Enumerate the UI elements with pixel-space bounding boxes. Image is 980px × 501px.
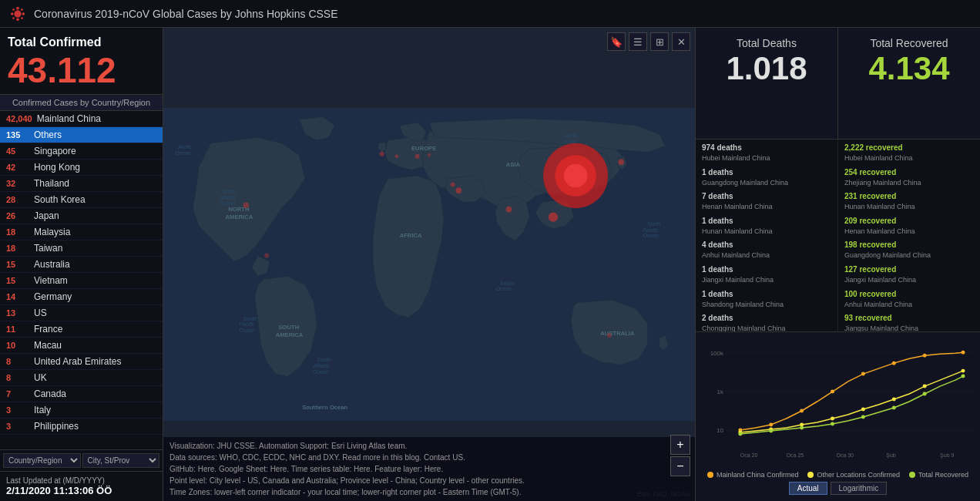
svg-text:Oca 30: Oca 30 bbox=[837, 452, 854, 458]
logarithmic-button[interactable]: Logarithmic bbox=[831, 482, 888, 495]
virus-icon bbox=[9, 5, 26, 22]
actual-button[interactable]: Actual bbox=[789, 482, 827, 495]
country-item[interactable]: 42,040Mainland China bbox=[0, 111, 163, 127]
zoom-out-button[interactable]: − bbox=[670, 456, 690, 476]
country-item[interactable]: 42Hong Kong bbox=[0, 160, 163, 176]
japan-bubble bbox=[618, 160, 624, 166]
country-item[interactable]: 3Philippines bbox=[0, 419, 163, 435]
north-pacific-label3: Ocean bbox=[643, 234, 659, 239]
country-item[interactable]: 7Canada bbox=[0, 386, 163, 402]
country-item[interactable]: 8UK bbox=[0, 370, 163, 386]
north-pacific-label2: Pacific bbox=[643, 227, 659, 233]
south-america-label2: AMERICA bbox=[276, 331, 304, 338]
country-item[interactable]: 18Taiwan bbox=[0, 240, 163, 257]
svg-point-30 bbox=[831, 390, 834, 394]
chart-legend: Mainland China Confirmed Other Locations… bbox=[702, 471, 974, 479]
recovered-item: 198 recoveredGuangdong Mainland China bbox=[844, 240, 974, 261]
recovered-item: 231 recoveredHunan Mainland China bbox=[844, 191, 974, 212]
svg-point-41 bbox=[923, 385, 927, 388]
close-button[interactable]: ✕ bbox=[672, 32, 690, 51]
country-item[interactable]: 28South Korea bbox=[0, 192, 163, 208]
indian-ocean-label2: Ocean bbox=[496, 287, 512, 292]
main-content: Total Confirmed 43.112 Confirmed Cases b… bbox=[0, 28, 980, 501]
country-item[interactable]: 10Macau bbox=[0, 338, 163, 354]
uk-bubble bbox=[380, 152, 384, 156]
se-asia-bubble bbox=[549, 213, 558, 222]
map-zoom-controls: + − bbox=[670, 435, 690, 478]
city-state-filter[interactable]: City, St/Prov bbox=[82, 453, 160, 468]
country-item[interactable]: 3Italy bbox=[0, 402, 163, 419]
country-list[interactable]: 42,040Mainland China135Others45Singapore… bbox=[0, 111, 163, 449]
recovered-value: 4.134 bbox=[847, 52, 971, 85]
svg-point-46 bbox=[831, 422, 834, 425]
death-item: 1 deathsGuangdong Mainland China bbox=[702, 167, 831, 188]
total-confirmed-label: Total Confirmed bbox=[8, 35, 155, 49]
info-line-4: Point level: City level - US, Canada and… bbox=[169, 475, 689, 486]
chart-container: 100k 1k 10 Oca 20 Oca 25 Oca 30 Şub Şub … bbox=[702, 338, 974, 468]
middle-stats: 974 deathsHubei Mainland China1 deathsGu… bbox=[696, 140, 980, 331]
svg-point-31 bbox=[861, 372, 865, 376]
last-updated-label: Last Updated at (M/D/YYYY) bbox=[6, 476, 156, 485]
svg-point-43 bbox=[738, 432, 742, 435]
country-item[interactable]: 45Singapore bbox=[0, 143, 163, 160]
south-atlantic-label2: Atlantic bbox=[312, 363, 331, 368]
country-item[interactable]: 26Japan bbox=[0, 208, 163, 224]
info-line-1: Visualization: JHU CSSE. Automation Supp… bbox=[169, 440, 689, 452]
france-bubble bbox=[395, 154, 399, 158]
svg-text:Şub: Şub bbox=[886, 452, 896, 459]
death-item: 7 deathsHenan Mainland China bbox=[702, 191, 831, 212]
latam-bubble bbox=[264, 253, 269, 257]
total-confirmed-section: Total Confirmed 43.112 bbox=[0, 28, 163, 95]
svg-point-48 bbox=[892, 405, 896, 409]
deaths-value: 1.018 bbox=[705, 52, 828, 85]
country-item[interactable]: 18Malaysia bbox=[0, 224, 163, 240]
germany-bubble bbox=[428, 153, 431, 157]
australia-bubble bbox=[607, 333, 612, 338]
southern-ocean-label: Southern Ocean bbox=[302, 404, 347, 411]
svg-point-47 bbox=[861, 415, 865, 419]
info-line-5: Time Zones: lower-left corner indicator … bbox=[169, 486, 689, 498]
indian-ocean-label: Indian bbox=[500, 281, 515, 286]
country-item[interactable]: 13US bbox=[0, 305, 163, 321]
recovered-item: 254 recoveredZhejiang Mainland China bbox=[844, 167, 974, 188]
legend-total-recovered-label: Total Recovered bbox=[918, 471, 968, 479]
svg-point-3 bbox=[11, 12, 14, 15]
country-region-filter[interactable]: Country/Region bbox=[3, 453, 81, 468]
svg-point-29 bbox=[800, 409, 804, 412]
country-item[interactable]: 135Others bbox=[0, 127, 163, 143]
svg-point-8 bbox=[21, 17, 23, 19]
south-america-label: SOUTH bbox=[279, 324, 300, 331]
left-panel: Total Confirmed 43.112 Confirmed Cases b… bbox=[0, 28, 163, 501]
country-item[interactable]: 8United Arab Emirates bbox=[0, 354, 163, 370]
world-map: North Atlantic Ocean South Pacific Ocean… bbox=[163, 28, 695, 501]
recovered-item: 127 recoveredJiangxi Mainland China bbox=[844, 264, 974, 285]
bookmark-button[interactable]: 🔖 bbox=[607, 32, 626, 51]
zoom-in-button[interactable]: + bbox=[670, 435, 690, 455]
chart-buttons[interactable]: Actual Logarithmic bbox=[702, 482, 974, 495]
list-view-button[interactable]: ☰ bbox=[629, 32, 647, 51]
svg-rect-15 bbox=[702, 341, 974, 465]
grid-view-button[interactable]: ⊞ bbox=[650, 32, 669, 51]
other-locations-dot bbox=[807, 472, 814, 478]
europe-label: EUROPE bbox=[411, 145, 436, 152]
map-area[interactable]: 🔖 ☰ ⊞ ✕ bbox=[163, 28, 695, 501]
info-line-3: GitHub: Here. Google Sheet: Here. Time s… bbox=[169, 463, 689, 475]
deaths-detail: 974 deathsHubei Mainland China1 deathsGu… bbox=[696, 140, 838, 331]
svg-text:Oca 25: Oca 25 bbox=[787, 452, 804, 458]
map-info-footer: Visualization: JHU CSSE. Automation Supp… bbox=[163, 437, 695, 501]
death-item: 1 deathsHunan Mainland China bbox=[702, 216, 831, 237]
header-title: Coronavirus 2019-nCoV Global Cases by Jo… bbox=[34, 8, 338, 20]
south-atlantic-label: South bbox=[317, 358, 331, 363]
last-updated: Last Updated at (M/D/YYYY) 2/11/2020 11:… bbox=[0, 471, 163, 501]
svg-point-1 bbox=[16, 6, 19, 9]
filter-bar[interactable]: Country/Region City, St/Prov bbox=[0, 449, 163, 471]
country-item[interactable]: 15Australia bbox=[0, 257, 163, 273]
svg-text:Şub 9: Şub 9 bbox=[940, 452, 954, 459]
recovered-item: 209 recoveredHenan Mainland China bbox=[844, 216, 974, 237]
usa-bubble bbox=[243, 203, 250, 209]
svg-point-40 bbox=[892, 398, 896, 402]
country-item[interactable]: 11France bbox=[0, 321, 163, 338]
country-item[interactable]: 14Germany bbox=[0, 289, 163, 305]
country-item[interactable]: 15Vietnam bbox=[0, 273, 163, 289]
country-item[interactable]: 32Thailand bbox=[0, 176, 163, 192]
